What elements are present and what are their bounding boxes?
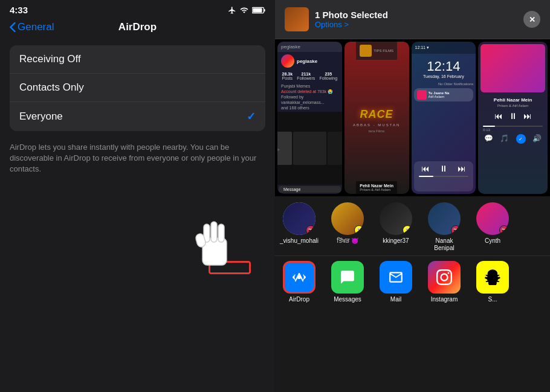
lock-notification: Tu Jaane Na Atif Aslam [414, 88, 474, 101]
left-panel: 4:33 General AirDrop [0, 0, 275, 392]
action-instagram[interactable]: Instagram [420, 261, 468, 303]
back-button[interactable]: General [10, 21, 54, 33]
svg-rect-4 [204, 224, 210, 242]
person-avatar-cynthia: 📷 [476, 202, 509, 235]
person-avatar-kkinger: 👻 [380, 202, 412, 235]
nav-bar: General AirDrop [0, 18, 275, 39]
lockscreen-card: 12:11 ▾ 12:14 Tuesday, 16 February No Ol… [412, 42, 476, 194]
share-count-title: 1 Photo Selected [315, 10, 388, 20]
right-panel: 1 Photo Selected Options > ✕ peglaske pe… [275, 0, 550, 392]
snapchat-icon-container [476, 261, 509, 294]
share-options-link[interactable]: Options > [315, 20, 388, 29]
snapchat-icon [485, 269, 500, 285]
insta-stats: 28.3k Posts 211k Followers 235 Following [277, 70, 342, 82]
person-name-vishu: _vishu_mohali [280, 237, 319, 245]
instagram-action-label: Instagram [431, 296, 458, 303]
music-progress-bar [483, 126, 543, 127]
person-cynthia[interactable]: 📷 Cynth [468, 202, 517, 252]
action-mail[interactable]: Mail [372, 261, 420, 303]
music-track-title: Pehli Nazar Mein [480, 97, 545, 103]
mail-icon [388, 269, 404, 285]
airdrop-icon-container [283, 261, 315, 294]
close-icon: ✕ [529, 15, 535, 24]
music-artist: Pritam & Atif Aslam [480, 104, 545, 108]
person-kkinger[interactable]: 👻 kkinger37 [372, 202, 420, 252]
svg-rect-6 [218, 224, 224, 242]
lock-date: Tuesday, 16 February [412, 74, 476, 79]
messages-icon [340, 269, 355, 285]
snapchat-badge-kkinger: 👻 [403, 225, 412, 235]
contacts-only-label: Contacts Only [19, 82, 84, 94]
svg-rect-2 [253, 8, 262, 12]
person-name-tikhar: ਤਿੱਖੜ 😈 [337, 237, 359, 245]
insta-content: ▶ [277, 112, 342, 185]
airdrop-icon [291, 269, 308, 286]
airplane-icon [228, 6, 236, 14]
instagram-icon [436, 269, 452, 285]
airdrop-description: AirDrop lets you share instantly with pe… [0, 137, 275, 185]
snapchat-action-label: S... [488, 296, 497, 303]
page-title: AirDrop [118, 21, 157, 33]
insta-top-bar: peglaske [277, 42, 342, 52]
race-title: RACE [360, 108, 393, 121]
insta-profile: peglaske [277, 52, 342, 70]
everyone-option[interactable]: Everyone ✓ [10, 102, 265, 131]
instagram-badge-nanak: 📷 [451, 225, 461, 235]
status-icons [228, 6, 265, 14]
svg-rect-5 [211, 222, 217, 242]
battery-icon [252, 7, 265, 14]
person-avatar-nanak: 📷 [428, 202, 461, 235]
race-movie-card: TIPS FILMS RACE ABBAS - MUSTAN tera Film… [345, 42, 409, 194]
checkmark-icon: ✓ [247, 110, 256, 123]
action-snapchat[interactable]: S... [468, 261, 517, 303]
svg-rect-7 [195, 233, 206, 248]
snapchat-badge-tikhar: 👻 [354, 225, 364, 235]
instagram-badge-cynthia: 📷 [499, 225, 509, 235]
person-nanak[interactable]: 📷 Nanak Benipal [420, 202, 468, 252]
lock-time: 12:14 [412, 59, 476, 74]
contacts-only-option[interactable]: Contacts Only [10, 74, 265, 102]
receiving-off-option[interactable]: Receiving Off [10, 45, 265, 74]
person-vishu[interactable]: 📷 _vishu_mohali [275, 202, 323, 252]
actions-row: AirDrop Messages Mail I [275, 255, 550, 307]
action-airdrop[interactable]: AirDrop [275, 261, 323, 303]
music-player-card: Pehli Nazar Mein Pritam & Atif Aslam ⏮⏸⏭… [478, 42, 548, 194]
highlight-rect [209, 261, 251, 274]
share-title-area: 1 Photo Selected Options > [285, 7, 388, 31]
photo-thumbnail [285, 7, 309, 31]
notif-thumbnail [417, 90, 427, 100]
chevron-left-icon [10, 22, 16, 32]
messages-action-label: Messages [334, 296, 361, 303]
wifi-icon [239, 6, 249, 14]
music-progress-fill [483, 126, 495, 127]
person-avatar-vishu: 📷 [283, 202, 315, 235]
svg-rect-3 [202, 238, 227, 265]
person-name-kkinger: kkinger37 [383, 237, 409, 245]
action-messages[interactable]: Messages [323, 261, 372, 303]
everyone-label: Everyone [19, 111, 63, 123]
mail-action-label: Mail [390, 296, 401, 303]
person-tikhar[interactable]: 👻 ਤਿੱਖੜ 😈 [323, 202, 372, 252]
person-name-nanak: Nanak Benipal [434, 237, 454, 252]
share-header: 1 Photo Selected Options > ✕ [275, 0, 550, 39]
people-row: 📷 _vishu_mohali 👻 ਤਿੱਖੜ 😈 👻 kkinger37 📷 … [275, 196, 550, 255]
preview-area: peglaske peglaske 28.3k Posts 211k Follo… [275, 39, 550, 196]
instagram-badge-vishu: 📷 [306, 225, 315, 235]
instagram-icon-container [428, 261, 461, 294]
person-name-cynthia: Cynth [485, 237, 500, 245]
message-button[interactable]: Message [279, 186, 341, 193]
music-controls: ⏮⏸⏭ [480, 111, 545, 121]
status-bar: 4:33 [0, 0, 275, 18]
insta-avatar [281, 54, 294, 68]
cursor-hand [190, 217, 245, 271]
instagram-preview-card: peglaske peglaske 28.3k Posts 211k Follo… [277, 42, 342, 194]
airdrop-options-list: Receiving Off Contacts Only Everyone ✓ [10, 45, 265, 131]
receiving-off-label: Receiving Off [19, 53, 81, 65]
close-button[interactable]: ✕ [523, 11, 540, 28]
svg-rect-1 [264, 8, 265, 11]
mail-icon-container [380, 261, 412, 294]
share-title-text: 1 Photo Selected Options > [315, 10, 388, 29]
notif-text: Tu Jaane Na Atif Aslam [429, 91, 450, 98]
messages-icon-container [331, 261, 364, 294]
back-label: General [18, 21, 54, 33]
